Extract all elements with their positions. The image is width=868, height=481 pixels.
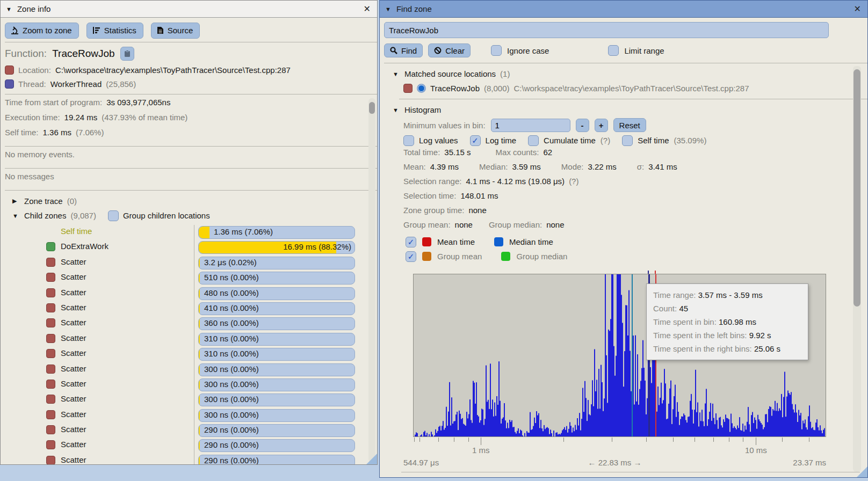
group-children-checkbox[interactable] xyxy=(108,210,119,221)
collapse-arrow-icon[interactable]: ▼ xyxy=(385,6,391,12)
source-location-swatch xyxy=(5,65,14,75)
resize-grip[interactable] xyxy=(366,454,377,464)
child-zone-row[interactable]: Scatter310 ns (0.00%) xyxy=(5,347,373,362)
child-zone-time-bar[interactable]: 360 ns (0.00%) xyxy=(198,317,355,330)
search-input[interactable] xyxy=(384,22,829,38)
group-children-label: Group children locations xyxy=(123,211,210,220)
selection-range-help[interactable]: (?) xyxy=(569,177,578,186)
child-zone-value: 290 ns (0.00%) xyxy=(204,456,259,465)
match-name: TraceRowJob xyxy=(430,84,480,93)
find-button[interactable]: Find xyxy=(384,43,423,57)
child-zone-time-bar[interactable]: 310 ns (0.00%) xyxy=(198,333,355,346)
child-zone-time-bar[interactable]: 1.36 ms (7.06%) xyxy=(198,226,355,239)
child-zone-time-bar[interactable]: 510 ns (0.00%) xyxy=(198,272,355,285)
resize-grip[interactable] xyxy=(857,467,867,477)
mean-line-checkbox[interactable] xyxy=(406,237,416,247)
child-zone-time-bar[interactable]: 480 ns (0.00%) xyxy=(198,287,355,300)
child-zone-row[interactable]: Scatter290 ns (0.00%) xyxy=(5,438,373,453)
reset-button[interactable]: Reset xyxy=(613,118,646,132)
child-zone-value: 1.36 ms (7.06%) xyxy=(214,227,273,236)
child-zone-row[interactable]: Scatter480 ns (0.00%) xyxy=(5,286,373,301)
limit-range-checkbox[interactable] xyxy=(608,45,619,56)
child-zone-row[interactable]: Scatter300 ns (0.00%) xyxy=(5,377,373,392)
child-zone-time-bar[interactable]: 410 ns (0.00%) xyxy=(198,302,355,315)
zone-color-swatch xyxy=(46,334,55,343)
ban-icon xyxy=(434,47,442,54)
statistics-button[interactable]: Statistics xyxy=(86,23,143,39)
child-zone-time-bar[interactable]: 16.99 ms (88.32%) xyxy=(198,241,355,254)
time-bar-fill xyxy=(199,272,200,284)
child-zone-value: 510 ns (0.00%) xyxy=(204,273,259,282)
min-values-input[interactable] xyxy=(491,119,570,132)
child-zone-time-bar[interactable]: 3.2 μs (0.02%) xyxy=(198,257,355,269)
child-zone-row[interactable]: Scatter310 ns (0.00%) xyxy=(5,332,373,347)
self-time-checkbox[interactable] xyxy=(622,135,633,146)
copy-to-clipboard-button[interactable] xyxy=(120,47,134,61)
increment-button[interactable]: + xyxy=(595,119,608,132)
location-path: C:\workspace\tracy\examples\ToyPathTrace… xyxy=(55,65,291,75)
thread-row[interactable]: Thread: WorkerThread (25,856) xyxy=(5,77,373,91)
log-values-checkbox[interactable] xyxy=(403,135,414,146)
median-value: 3.59 ms xyxy=(512,162,540,171)
zone-info-scrollbar-thumb[interactable] xyxy=(369,102,375,114)
child-zone-row[interactable]: Scatter300 ns (0.00%) xyxy=(5,392,373,407)
location-radio-selected[interactable] xyxy=(417,84,426,93)
chevron-down-icon: ▼ xyxy=(393,107,400,113)
child-zone-time-bar[interactable]: 300 ns (0.00%) xyxy=(198,409,355,422)
child-zone-row[interactable]: Scatter360 ns (0.00%) xyxy=(5,316,373,331)
histogram-header[interactable]: ▼ Histogram xyxy=(384,103,863,117)
thread-label: Thread: xyxy=(18,79,46,89)
zone-color-swatch xyxy=(46,365,55,374)
child-zones-header[interactable]: ▼ Child zones (9,087) Group children loc… xyxy=(5,208,373,223)
decrement-button[interactable]: - xyxy=(576,119,589,132)
log-time-checkbox[interactable] xyxy=(470,135,481,146)
max-counts-value: 62 xyxy=(543,148,552,157)
time-bar-fill xyxy=(199,394,200,406)
child-zone-row[interactable]: DoExtraWork16.99 ms (88.32%) xyxy=(5,240,373,255)
location-row[interactable]: Location: C:\workspace\tracy\examples\To… xyxy=(5,63,373,77)
child-zone-row[interactable]: Self time1.36 ms (7.06%) xyxy=(5,225,373,240)
child-zone-name: Scatter xyxy=(61,272,86,281)
zone-color-swatch xyxy=(46,410,55,419)
child-zone-time-bar[interactable]: 300 ns (0.00%) xyxy=(198,393,355,406)
child-zone-time-bar[interactable]: 290 ns (0.00%) xyxy=(198,439,355,452)
zone-group-time-value: none xyxy=(468,206,486,215)
cumulate-help[interactable]: (?) xyxy=(601,136,610,145)
close-icon[interactable]: ✕ xyxy=(853,4,862,14)
mean-time-legend: Mean time xyxy=(437,237,475,246)
child-zone-row[interactable]: Scatter300 ns (0.00%) xyxy=(5,408,373,423)
child-zone-row[interactable]: Scatter290 ns (0.00%) xyxy=(5,423,373,438)
zone-trace-header[interactable]: ▶ Zone trace (0) xyxy=(5,194,373,208)
child-zone-time-bar[interactable]: 310 ns (0.00%) xyxy=(198,348,355,361)
child-zone-row[interactable]: Scatter290 ns (0.00%) xyxy=(5,454,373,465)
child-zone-row[interactable]: Scatter510 ns (0.00%) xyxy=(5,271,373,286)
tooltip-count-label: Count: xyxy=(653,304,677,313)
execution-time-value: 19.24 ms xyxy=(64,113,98,122)
child-zone-name: Scatter xyxy=(61,318,86,327)
cumulate-time-checkbox[interactable] xyxy=(528,135,539,146)
source-button[interactable]: Source xyxy=(151,23,200,39)
matched-locations-header[interactable]: ▼ Matched source locations (1) xyxy=(384,67,863,81)
ignore-case-checkbox[interactable] xyxy=(491,45,502,56)
group-line-checkbox[interactable] xyxy=(406,251,416,262)
matched-location-row[interactable]: TraceRowJob (8,000) C:\workspace\tracy\e… xyxy=(384,81,833,96)
no-messages-text: No messages xyxy=(5,172,54,181)
collapse-arrow-icon[interactable]: ▼ xyxy=(6,6,12,12)
child-zone-row[interactable]: Scatter3.2 μs (0.02%) xyxy=(5,256,373,271)
time-bar-fill xyxy=(199,410,200,421)
median-time-legend: Median time xyxy=(509,237,553,246)
mean-value: 4.39 ms xyxy=(430,162,459,171)
child-zone-time-bar[interactable]: 300 ns (0.00%) xyxy=(198,378,355,391)
close-icon[interactable]: ✕ xyxy=(363,4,372,14)
child-zone-time-bar[interactable]: 290 ns (0.00%) xyxy=(198,455,355,465)
child-zone-row[interactable]: Scatter410 ns (0.00%) xyxy=(5,301,373,316)
child-zone-time-bar[interactable]: 290 ns (0.00%) xyxy=(198,424,355,437)
zone-info-scrollbar-track[interactable] xyxy=(368,98,375,462)
zoom-to-zone-button[interactable]: Zoom to zone xyxy=(5,23,79,39)
child-zone-value: 310 ns (0.00%) xyxy=(204,349,259,358)
child-zone-time-bar[interactable]: 300 ns (0.00%) xyxy=(198,363,355,376)
tooltip-left-bins-label: Time spent in the left bins: xyxy=(653,331,747,340)
clear-button[interactable]: Clear xyxy=(428,43,471,57)
child-zone-row[interactable]: Scatter300 ns (0.00%) xyxy=(5,362,373,377)
find-zone-scrollbar-thumb[interactable] xyxy=(853,69,860,307)
